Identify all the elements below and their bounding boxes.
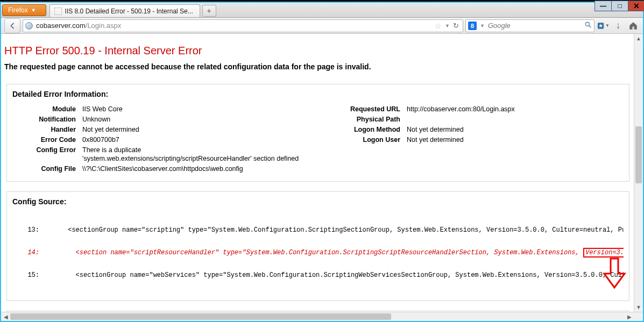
url-bar[interactable]: cobaserver.com/Login.aspx ☆ ▼ ↻ bbox=[23, 19, 463, 32]
url-dropdown-icon[interactable]: ▼ bbox=[445, 23, 450, 28]
downloads-button[interactable]: ↓ bbox=[612, 19, 625, 32]
search-engine-dropdown-icon[interactable]: ▼ bbox=[480, 23, 485, 28]
detailed-error-panel: Detailed Error Information: ModuleIIS We… bbox=[6, 84, 629, 182]
arrow-left-icon bbox=[8, 22, 17, 30]
search-box[interactable]: 8 ▼ bbox=[465, 19, 595, 32]
config-source-heading: Config Source: bbox=[12, 197, 624, 206]
nav-toolbar: cobaserver.com/Login.aspx ☆ ▼ ↻ 8 ▼ ▼ ↓ bbox=[1, 18, 643, 34]
value-module: IIS Web Core bbox=[82, 105, 310, 114]
scroll-down-button[interactable]: ▼ bbox=[634, 303, 643, 312]
scroll-thumb[interactable] bbox=[635, 126, 642, 183]
search-input[interactable] bbox=[487, 21, 582, 30]
error-subheading: The requested page cannot be accessed be… bbox=[4, 62, 632, 71]
scroll-left-button[interactable]: ◀ bbox=[1, 312, 10, 321]
tab-title: IIS 8.0 Detailed Error - 500.19 - Intern… bbox=[65, 8, 193, 15]
window-close-button[interactable]: ✕ bbox=[628, 1, 644, 11]
value-error-code: 0x800700b7 bbox=[82, 135, 310, 145]
page-content: HTTP Error 500.19 - Internal Server Erro… bbox=[1, 34, 634, 312]
bookmarks-menu-button[interactable]: ▼ bbox=[597, 19, 610, 32]
svg-point-0 bbox=[585, 22, 589, 26]
src-line-number: 14: bbox=[12, 249, 45, 256]
error-heading: HTTP Error 500.19 - Internal Server Erro… bbox=[4, 45, 632, 57]
value-notification: Unknown bbox=[82, 115, 310, 124]
src-line-13: <sectionGroup name="scripting" type="Sys… bbox=[45, 226, 624, 234]
url-path: /Login.aspx bbox=[86, 22, 122, 30]
url-text: cobaserver.com/Login.aspx bbox=[36, 22, 433, 30]
value-config-file: \\?\C:\ClientSites\cobaserver.com\httpdo… bbox=[82, 164, 310, 174]
label-physical-path: Physical Path bbox=[326, 115, 407, 124]
chevron-down-icon: ▼ bbox=[31, 8, 36, 13]
label-requested-url: Requested URL bbox=[326, 105, 407, 114]
vertical-scrollbar[interactable]: ▲ ▼ bbox=[634, 34, 643, 312]
tab-strip: Firefox ▼ IIS 8.0 Detailed Error - 500.1… bbox=[1, 3, 643, 18]
scroll-thumb[interactable] bbox=[10, 313, 391, 320]
config-source-panel: Config Source: 13: <sectionGroup name="s… bbox=[6, 191, 629, 301]
label-handler: Handler bbox=[12, 125, 82, 134]
value-requested-url: http://cobaserver.com:80/Login.aspx bbox=[407, 105, 624, 114]
window-minimize-button[interactable]: — bbox=[595, 1, 612, 11]
search-icon[interactable] bbox=[584, 21, 592, 30]
src-line-number: 15: bbox=[12, 271, 45, 279]
url-host: cobaserver.com bbox=[36, 22, 86, 30]
search-engine-icon: 8 bbox=[468, 22, 477, 30]
label-config-file: Config File bbox=[12, 164, 82, 174]
label-logon-method: Logon Method bbox=[326, 125, 407, 134]
value-handler: Not yet determined bbox=[82, 125, 310, 134]
src-line-14: <section name="scriptResourceHandler" ty… bbox=[45, 249, 624, 256]
bookmark-star-icon[interactable]: ☆ bbox=[435, 22, 442, 30]
detailed-error-heading: Detailed Error Information: bbox=[12, 90, 624, 98]
label-notification: Notification bbox=[12, 115, 82, 124]
home-button[interactable] bbox=[627, 19, 640, 32]
scroll-up-button[interactable]: ▲ bbox=[634, 34, 643, 43]
chevron-down-icon: ▼ bbox=[605, 23, 610, 28]
label-error-code: Error Code bbox=[12, 135, 82, 145]
firefox-menu-label: Firefox bbox=[8, 6, 28, 14]
src-line-number: 13: bbox=[12, 226, 45, 234]
back-button[interactable] bbox=[4, 18, 20, 33]
src-line-15: <sectionGroup name="webServices" type="S… bbox=[45, 271, 624, 279]
reload-icon[interactable]: ↻ bbox=[453, 22, 459, 30]
label-config-error: Config Error bbox=[12, 146, 82, 164]
highlighted-version: Version=3.5.0.0, bbox=[583, 248, 624, 257]
value-logon-method: Not yet determined bbox=[407, 125, 624, 134]
label-logon-user: Logon User bbox=[326, 135, 407, 145]
scroll-right-button[interactable]: ▶ bbox=[625, 312, 634, 321]
globe-icon bbox=[25, 22, 33, 30]
svg-line-1 bbox=[589, 26, 591, 28]
scroll-corner bbox=[634, 312, 643, 321]
value-config-error: There is a duplicate 'system.web.extensi… bbox=[82, 146, 310, 164]
value-logon-user: Not yet determined bbox=[407, 135, 624, 145]
new-tab-button[interactable]: + bbox=[202, 5, 216, 17]
label-module: Module bbox=[12, 105, 82, 114]
horizontal-scrollbar[interactable]: ◀ ▶ bbox=[1, 312, 643, 321]
window-maximize-button[interactable]: □ bbox=[611, 1, 628, 11]
tab-favicon-icon bbox=[54, 8, 62, 15]
firefox-menu-button[interactable]: Firefox ▼ bbox=[2, 4, 46, 16]
value-physical-path bbox=[407, 115, 624, 124]
browser-tab[interactable]: IIS 8.0 Detailed Error - 500.19 - Intern… bbox=[49, 4, 200, 17]
